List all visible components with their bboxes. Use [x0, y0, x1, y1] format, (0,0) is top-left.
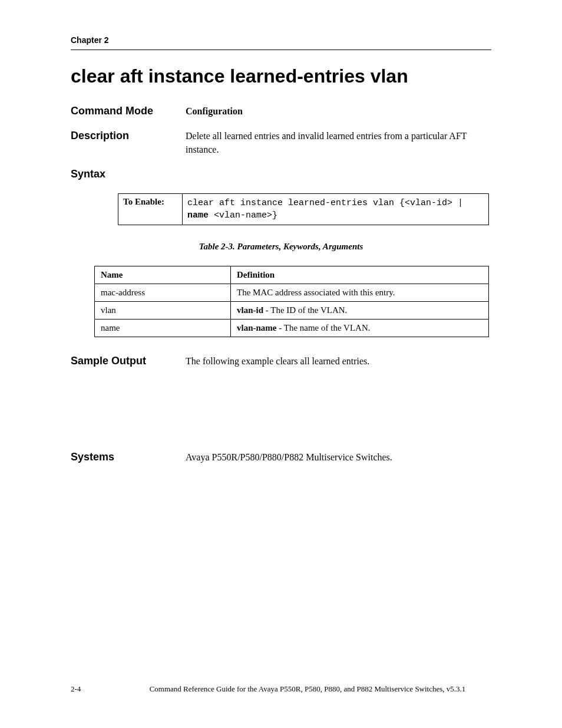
description-label: Description	[71, 130, 186, 142]
param-def: The MAC address associated with this ent…	[231, 284, 489, 302]
running-header: Chapter 2	[71, 35, 491, 45]
syntax-code-part1: clear aft instance learned-entries vlan …	[187, 198, 463, 208]
header-rule	[71, 50, 491, 50]
param-name: mac-address	[95, 284, 231, 302]
param-def: vlan-name - The name of the VLAN.	[231, 319, 489, 337]
params-caption: Table 2-3. Parameters, Keywords, Argumen…	[71, 242, 491, 252]
param-def-rest: - The name of the VLAN.	[277, 323, 371, 332]
description-value: Delete all learned entries and invalid l…	[186, 130, 491, 156]
params-header-definition: Definition	[231, 266, 489, 284]
command-mode-label: Command Mode	[71, 105, 186, 117]
syntax-enable-label: To Enable:	[118, 194, 183, 225]
param-def: vlan-id - The ID of the VLAN.	[231, 302, 489, 319]
systems-value: Avaya P550R/P580/P880/P882 Multiservice …	[186, 451, 491, 464]
description-row: Description Delete all learned entries a…	[71, 130, 491, 156]
param-def-bold: vlan-name	[237, 323, 277, 332]
systems-row: Systems Avaya P550R/P580/P880/P882 Multi…	[71, 451, 491, 464]
page-number: 2-4	[71, 684, 124, 694]
syntax-code: clear aft instance learned-entries vlan …	[183, 194, 489, 225]
param-name: name	[95, 319, 231, 337]
syntax-table: To Enable: clear aft instance learned-en…	[118, 193, 489, 225]
sample-output-value: The following example clears all learned…	[186, 355, 491, 368]
syntax-label: Syntax	[71, 168, 491, 180]
table-row: mac-address The MAC address associated w…	[95, 284, 489, 302]
param-def-rest: - The ID of the VLAN.	[263, 305, 347, 315]
params-header-name: Name	[95, 266, 231, 284]
page-footer: 2-4 Command Reference Guide for the Avay…	[71, 684, 491, 694]
params-header-row: Name Definition	[95, 266, 489, 284]
footer-text: Command Reference Guide for the Avaya P5…	[124, 684, 491, 694]
syntax-code-keyword: name	[187, 210, 209, 220]
syntax-row: To Enable: clear aft instance learned-en…	[118, 194, 489, 225]
sample-output-row: Sample Output The following example clea…	[71, 355, 491, 368]
page-title: clear aft instance learned-entries vlan	[71, 65, 491, 87]
syntax-code-part2: <vlan-name>}	[209, 210, 277, 220]
command-mode-row: Command Mode Configuration	[71, 105, 491, 118]
command-mode-value: Configuration	[186, 105, 491, 118]
table-row: vlan vlan-id - The ID of the VLAN.	[95, 302, 489, 319]
param-name: vlan	[95, 302, 231, 319]
params-table: Name Definition mac-address The MAC addr…	[94, 266, 489, 337]
table-row: name vlan-name - The name of the VLAN.	[95, 319, 489, 337]
systems-label: Systems	[71, 451, 186, 463]
sample-output-label: Sample Output	[71, 355, 186, 367]
param-def-bold: vlan-id	[237, 305, 263, 315]
param-def-rest: The MAC address associated with this ent…	[237, 288, 395, 297]
